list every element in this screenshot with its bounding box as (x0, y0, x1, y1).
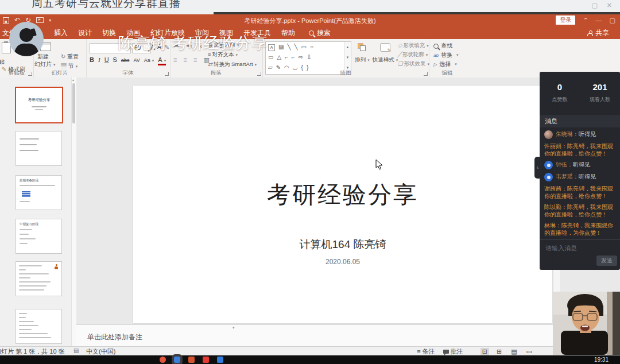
tab-transitions[interactable]: 切换 (97, 27, 121, 39)
slide-date[interactable]: 2020.06.05 (133, 258, 552, 266)
slide-number-status[interactable]: 幻灯片 第 1 张，共 10 张 (0, 347, 65, 356)
ribbon-display-options-icon[interactable]: ⌃ (583, 17, 588, 24)
thumbnail-slide-4[interactable]: 中期复习阶段 (16, 219, 62, 254)
viewers-stat: 201 观看人数 (580, 82, 620, 103)
select-button[interactable]: ▷选择 (433, 60, 457, 68)
change-case-button[interactable]: Aa (144, 57, 154, 63)
comments-icon (443, 350, 449, 354)
strikethrough-button[interactable]: abc (121, 57, 130, 63)
stream-window-controls[interactable]: ▢✕ (591, 2, 612, 9)
new-slide-label-2[interactable]: 幻灯片 (34, 60, 56, 68)
taskbar-app-icon[interactable] (160, 357, 166, 363)
chat-stats: 0 点赞数 201 观看人数 (540, 82, 620, 103)
rect-shape-icon[interactable]: ▭ (268, 53, 273, 62)
start-slideshow-icon[interactable] (36, 17, 44, 23)
new-slide-label-1[interactable]: 新建 (37, 53, 49, 61)
italic-button[interactable]: I (98, 56, 100, 63)
group-label-editing: 编辑 (429, 69, 466, 77)
tab-help[interactable]: 帮助 (276, 27, 300, 39)
minimize-icon[interactable]: — (596, 17, 602, 24)
quick-styles-button[interactable]: 快速样式 (371, 56, 399, 64)
section-button[interactable]: 节 (61, 62, 78, 70)
underline-button[interactable]: U (104, 56, 109, 63)
find-button[interactable]: 查找 (433, 42, 452, 50)
alignment-icons[interactable]: ≡ ≡ ≡ ▥ (173, 56, 212, 64)
tab-insert[interactable]: 插入 (49, 27, 73, 39)
slideshow-view-icon[interactable]: ▭ (525, 348, 534, 355)
shape-effects-button[interactable]: ❏形状效果 (398, 60, 429, 68)
line-shape-icon[interactable]: ╲ (287, 42, 290, 52)
reading-view-icon[interactable]: ▤ (509, 348, 518, 355)
avatar (544, 130, 553, 139)
login-button[interactable]: 登录 (556, 16, 575, 25)
dialog-launcher-icon[interactable] (28, 72, 32, 76)
dialog-launcher-icon[interactable] (257, 72, 261, 76)
arrange-button[interactable]: 排列 (352, 56, 373, 64)
smartart-button[interactable]: ⇄转换为 SmartArt (208, 61, 257, 68)
group-label-drawing: 绘图 (262, 69, 429, 77)
thumbnail-slide-5[interactable] (16, 261, 62, 296)
thumbnail-slide-2[interactable] (16, 131, 62, 166)
replace-button[interactable]: ab替换 (433, 51, 458, 59)
image-shape-icon[interactable]: ▨ (278, 42, 284, 52)
tab-design[interactable]: 设计 (73, 27, 97, 39)
save-icon[interactable] (3, 17, 9, 24)
shadow-button[interactable]: S (113, 56, 117, 63)
notes-pane[interactable]: ▾ 单击此处添加备注 (76, 324, 620, 347)
dialog-launcher-icon[interactable] (424, 72, 428, 76)
share-button[interactable]: 共享 (582, 27, 614, 39)
shape-outline-button[interactable]: ╱形状轮廓 (398, 51, 428, 59)
arrow-right-shape-icon[interactable]: ⇨ (299, 53, 303, 62)
stream-close-icon[interactable]: ✕ (607, 2, 612, 9)
likes-stat: 0 点赞数 (540, 82, 580, 103)
status-bar: 幻灯片 第 1 张，共 10 张 ▤ 中文(中国) ≡ 备注 批注 ⊡ ⊞ ▤ … (0, 346, 620, 356)
notes-resize-handle[interactable]: ▾ (232, 326, 235, 330)
shape-fill-button[interactable]: ◇形状填充 (398, 42, 429, 49)
reset-button[interactable]: 重置 (61, 53, 79, 61)
bold-button[interactable]: B (90, 56, 94, 63)
language-status[interactable]: 中文(中国) (86, 347, 115, 356)
customize-qat-icon[interactable]: ▾ (49, 18, 51, 23)
slide-sorter-view-icon[interactable]: ⊞ (495, 348, 503, 355)
thumbnail-slide-1[interactable]: 考研经验分享 (15, 87, 63, 123)
taskbar-active-app-icon[interactable] (174, 357, 180, 363)
paste-label[interactable]: 粘贴 (0, 58, 5, 66)
triangle-shape-icon[interactable]: △ (277, 53, 281, 62)
taskbar-app-icon[interactable] (217, 357, 223, 363)
restore-icon[interactable]: ▢ (610, 17, 615, 24)
elbow-shape-icon[interactable]: ⌐ (285, 53, 288, 62)
thumbnail-slide-6[interactable] (16, 309, 62, 344)
quick-styles-icon[interactable] (380, 43, 390, 52)
font-color-button[interactable]: A (158, 57, 166, 65)
taskbar-app-icon[interactable] (203, 357, 209, 363)
rect-shape-icon[interactable]: ▭ (301, 42, 307, 52)
search-box[interactable]: 搜索 (304, 27, 336, 39)
chat-message-input[interactable] (544, 244, 610, 252)
notes-toggle[interactable]: ≡ 备注 (417, 347, 435, 356)
chat-message-list[interactable]: 朱晓琳：听得见 许丽娟：陈亮锜，我来围观你的直播啦，给你点赞！ 钟伍：听得见 韦… (540, 129, 620, 240)
send-button[interactable]: 发送 (596, 255, 617, 266)
arrange-icon[interactable] (358, 43, 366, 51)
taskbar-clock: 19:31 (594, 357, 609, 363)
arrow-down-shape-icon[interactable]: ⇩ (307, 53, 311, 62)
dialog-launcher-icon[interactable] (165, 72, 169, 76)
char-spacing-button[interactable]: AV (133, 57, 140, 63)
slide-title[interactable]: 考研经验分享 (133, 179, 552, 211)
slide-canvas[interactable]: 考研经验分享 计算机164 陈亮锜 2020.06.05 (133, 86, 552, 323)
slide-subtitle[interactable]: 计算机164 陈亮锜 (133, 237, 552, 252)
accessibility-icon[interactable]: ▤ (73, 347, 79, 354)
thumbnail-scrollbar[interactable] (71, 78, 76, 346)
comments-toggle[interactable]: 批注 (443, 347, 463, 356)
oval-shape-icon[interactable]: ○ (310, 42, 313, 52)
arrow-shape-icon[interactable]: ╲ (294, 42, 297, 52)
thumbnail-slide-3[interactable]: 前期准备阶段 (16, 175, 62, 210)
notes-placeholder[interactable]: 单击此处添加备注 (87, 332, 142, 342)
textbox-shape-icon[interactable]: A (268, 44, 275, 51)
stream-restore-icon[interactable]: ▢ (591, 2, 597, 9)
likes-count: 0 (540, 82, 580, 92)
taskbar-powerpoint-icon[interactable] (188, 357, 195, 363)
streamer-avatar (9, 22, 44, 56)
elbow-shape-icon[interactable]: ⌐ (292, 53, 295, 62)
group-label-font: 字体 (86, 69, 170, 77)
normal-view-icon[interactable]: ⊡ (480, 348, 489, 355)
